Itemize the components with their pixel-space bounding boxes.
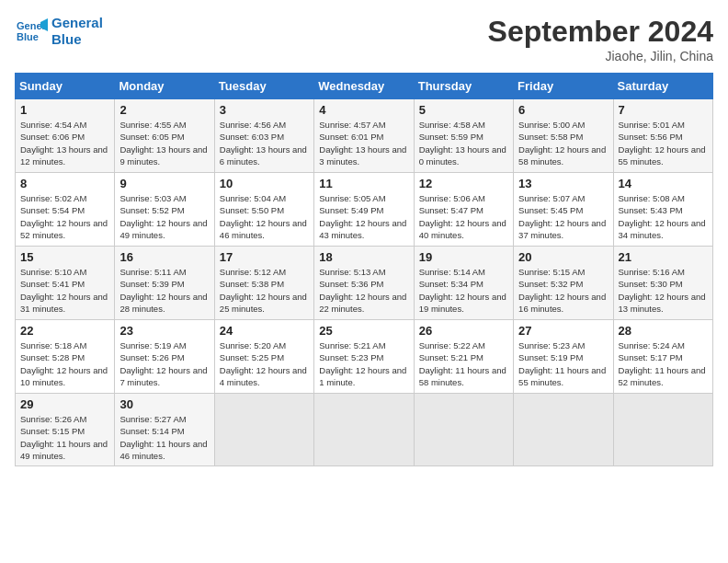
day-number: 18 [319,250,408,264]
calendar-cell: 15Sunrise: 5:10 AMSunset: 5:41 PMDayligh… [16,247,115,320]
day-number: 23 [119,324,209,338]
calendar-cell: 28Sunrise: 5:24 AMSunset: 5:17 PMDayligh… [613,320,712,394]
logo: General Blue General Blue [15,15,103,48]
day-number: 28 [619,324,708,338]
weekday-header-saturday: Saturday [613,74,712,99]
day-detail: Sunrise: 5:23 AMSunset: 5:19 PMDaylight:… [518,340,606,387]
day-detail: Sunrise: 5:01 AMSunset: 5:56 PMDaylight:… [619,120,706,167]
calendar-week-row: 29Sunrise: 5:26 AMSunset: 5:15 PMDayligh… [16,394,713,466]
day-number: 10 [220,177,309,190]
calendar-table: SundayMondayTuesdayWednesdayThursdayFrid… [15,73,713,466]
svg-text:Blue: Blue [17,31,39,42]
day-number: 15 [20,250,109,264]
day-detail: Sunrise: 5:24 AMSunset: 5:17 PMDaylight:… [619,340,706,387]
day-number: 13 [518,177,608,190]
day-number: 22 [20,324,109,338]
day-detail: Sunrise: 5:16 AMSunset: 5:30 PMDaylight:… [619,267,706,314]
calendar-cell: 5Sunrise: 4:58 AMSunset: 5:59 PMDaylight… [414,99,513,173]
calendar-cell: 25Sunrise: 5:21 AMSunset: 5:23 PMDayligh… [314,320,414,394]
calendar-cell: 20Sunrise: 5:15 AMSunset: 5:32 PMDayligh… [514,247,613,320]
day-detail: Sunrise: 5:15 AMSunset: 5:32 PMDaylight:… [518,267,606,314]
calendar-cell: 30Sunrise: 5:27 AMSunset: 5:14 PMDayligh… [115,394,214,466]
logo-text-line1: General [51,15,103,31]
day-detail: Sunrise: 5:08 AMSunset: 5:43 PMDaylight:… [619,193,706,240]
day-detail: Sunrise: 4:55 AMSunset: 6:05 PMDaylight:… [119,120,207,167]
weekday-header-wednesday: Wednesday [314,74,414,99]
calendar-cell [214,394,313,466]
location: Jiaohe, Jilin, China [488,49,713,63]
weekday-header-sunday: Sunday [16,74,115,99]
day-detail: Sunrise: 5:03 AMSunset: 5:52 PMDaylight:… [119,193,207,240]
calendar-week-row: 15Sunrise: 5:10 AMSunset: 5:41 PMDayligh… [16,247,713,320]
month-title: September 2024 [488,15,713,49]
day-number: 24 [220,324,309,338]
calendar-cell: 23Sunrise: 5:19 AMSunset: 5:26 PMDayligh… [115,320,214,394]
day-detail: Sunrise: 5:18 AMSunset: 5:28 PMDaylight:… [20,340,108,387]
day-number: 30 [119,397,209,411]
day-detail: Sunrise: 4:56 AMSunset: 6:03 PMDaylight:… [220,120,307,167]
day-number: 14 [619,177,708,190]
calendar-cell: 26Sunrise: 5:22 AMSunset: 5:21 PMDayligh… [414,320,513,394]
day-detail: Sunrise: 5:04 AMSunset: 5:50 PMDaylight:… [220,193,307,240]
weekday-header-monday: Monday [115,74,214,99]
day-number: 27 [518,324,608,338]
day-detail: Sunrise: 5:22 AMSunset: 5:21 PMDaylight:… [419,340,506,387]
calendar-cell: 13Sunrise: 5:07 AMSunset: 5:45 PMDayligh… [514,173,613,247]
calendar-cell: 27Sunrise: 5:23 AMSunset: 5:19 PMDayligh… [514,320,613,394]
weekday-header-friday: Friday [514,74,613,99]
calendar-week-row: 22Sunrise: 5:18 AMSunset: 5:28 PMDayligh… [16,320,713,394]
calendar-cell: 19Sunrise: 5:14 AMSunset: 5:34 PMDayligh… [414,247,513,320]
calendar-week-row: 1Sunrise: 4:54 AMSunset: 6:06 PMDaylight… [16,99,713,173]
day-number: 5 [419,103,508,117]
day-number: 19 [419,250,508,264]
day-detail: Sunrise: 5:00 AMSunset: 5:58 PMDaylight:… [518,120,606,167]
calendar-cell: 6Sunrise: 5:00 AMSunset: 5:58 PMDaylight… [514,99,613,173]
day-detail: Sunrise: 5:11 AMSunset: 5:39 PMDaylight:… [119,267,207,314]
day-detail: Sunrise: 5:06 AMSunset: 5:47 PMDaylight:… [419,193,506,240]
calendar-cell: 18Sunrise: 5:13 AMSunset: 5:36 PMDayligh… [314,247,414,320]
day-number: 8 [20,177,109,190]
day-number: 16 [119,250,209,264]
day-number: 7 [619,103,708,117]
day-number: 2 [119,103,209,117]
weekday-header-tuesday: Tuesday [214,74,313,99]
calendar-cell [514,394,613,466]
day-detail: Sunrise: 5:12 AMSunset: 5:38 PMDaylight:… [220,267,307,314]
day-number: 17 [220,250,309,264]
calendar-cell: 24Sunrise: 5:20 AMSunset: 5:25 PMDayligh… [214,320,313,394]
calendar-cell: 22Sunrise: 5:18 AMSunset: 5:28 PMDayligh… [16,320,115,394]
calendar-cell: 9Sunrise: 5:03 AMSunset: 5:52 PMDaylight… [115,173,214,247]
title-block: September 2024 Jiaohe, Jilin, China [488,15,713,63]
calendar-cell: 11Sunrise: 5:05 AMSunset: 5:49 PMDayligh… [314,173,414,247]
weekday-header-row: SundayMondayTuesdayWednesdayThursdayFrid… [16,74,713,99]
calendar-cell: 14Sunrise: 5:08 AMSunset: 5:43 PMDayligh… [613,173,712,247]
calendar-cell: 10Sunrise: 5:04 AMSunset: 5:50 PMDayligh… [214,173,313,247]
day-number: 12 [419,177,508,190]
day-detail: Sunrise: 5:21 AMSunset: 5:23 PMDaylight:… [319,340,406,387]
day-detail: Sunrise: 5:27 AMSunset: 5:14 PMDaylight:… [119,414,207,461]
day-detail: Sunrise: 5:10 AMSunset: 5:41 PMDaylight:… [20,267,108,314]
day-number: 6 [518,103,608,117]
day-number: 4 [319,103,408,117]
day-detail: Sunrise: 5:05 AMSunset: 5:49 PMDaylight:… [319,193,406,240]
calendar-cell: 8Sunrise: 5:02 AMSunset: 5:54 PMDaylight… [16,173,115,247]
day-detail: Sunrise: 5:26 AMSunset: 5:15 PMDaylight:… [20,414,108,461]
calendar-week-row: 8Sunrise: 5:02 AMSunset: 5:54 PMDaylight… [16,173,713,247]
day-detail: Sunrise: 5:19 AMSunset: 5:26 PMDaylight:… [119,340,207,387]
day-number: 25 [319,324,408,338]
calendar-cell: 16Sunrise: 5:11 AMSunset: 5:39 PMDayligh… [115,247,214,320]
calendar-cell [414,394,513,466]
day-detail: Sunrise: 5:13 AMSunset: 5:36 PMDaylight:… [319,267,406,314]
day-number: 26 [419,324,508,338]
calendar-cell: 7Sunrise: 5:01 AMSunset: 5:56 PMDaylight… [613,99,712,173]
logo-icon: General Blue [15,15,48,48]
day-detail: Sunrise: 5:02 AMSunset: 5:54 PMDaylight:… [20,193,108,240]
calendar-cell: 2Sunrise: 4:55 AMSunset: 6:05 PMDaylight… [115,99,214,173]
calendar-cell: 29Sunrise: 5:26 AMSunset: 5:15 PMDayligh… [16,394,115,466]
day-detail: Sunrise: 5:07 AMSunset: 5:45 PMDaylight:… [518,193,606,240]
day-number: 29 [20,397,109,411]
calendar-cell: 4Sunrise: 4:57 AMSunset: 6:01 PMDaylight… [314,99,414,173]
day-detail: Sunrise: 4:57 AMSunset: 6:01 PMDaylight:… [319,120,406,167]
calendar-cell: 3Sunrise: 4:56 AMSunset: 6:03 PMDaylight… [214,99,313,173]
calendar-cell: 21Sunrise: 5:16 AMSunset: 5:30 PMDayligh… [613,247,712,320]
